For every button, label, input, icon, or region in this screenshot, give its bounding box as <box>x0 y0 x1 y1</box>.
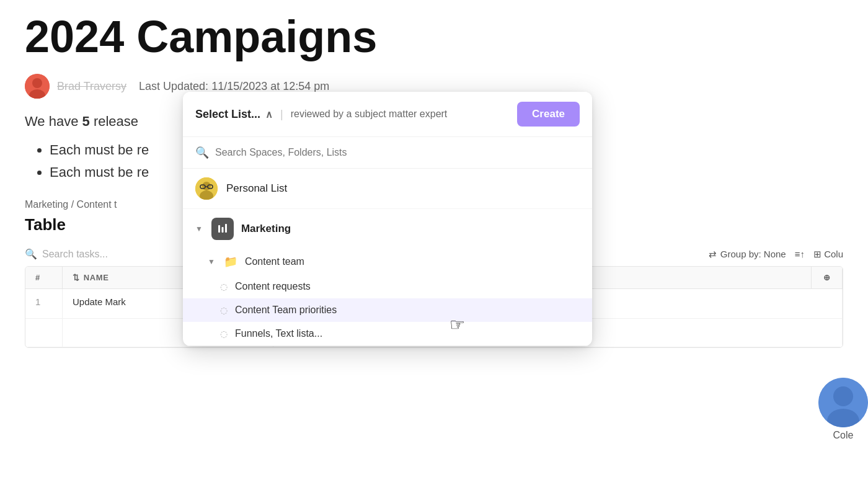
content-team-priorities-item[interactable]: ◌ Content Team priorities <box>183 298 592 322</box>
content-requests-item[interactable]: ◌ Content requests <box>183 275 592 298</box>
list-bullet-next: ◌ <box>220 329 228 339</box>
marketing-icon <box>211 218 234 240</box>
sort-icon: ≡↑ <box>795 249 805 259</box>
personal-list-label: Personal List <box>226 182 287 195</box>
svg-rect-12 <box>218 225 220 233</box>
group-by-label: Group by: None <box>720 249 786 259</box>
reviewed-text: reviewed by a subject matter expert <box>291 109 510 120</box>
dropdown-topbar: Select List... ∧ | reviewed by a subject… <box>183 92 592 137</box>
search-icon: 🔍 <box>25 248 37 260</box>
next-list-item[interactable]: ◌ Funnels, Text lista... <box>183 322 592 345</box>
avatar <box>25 74 50 99</box>
group-by[interactable]: ⇄ Group by: None ≡↑ ⊞ Colu <box>709 249 843 260</box>
list-bullet-requests: ◌ <box>220 282 228 292</box>
content-team-header[interactable]: ▼ 📁 Content team <box>183 249 592 275</box>
author-name: Brad Traversy <box>57 80 126 93</box>
content-requests-label: Content requests <box>235 281 311 292</box>
col-add-header[interactable]: ⊕ <box>812 267 843 288</box>
chevron-collapse-content-team: ▼ <box>208 257 215 266</box>
chevron-up-icon: ∧ <box>265 109 273 120</box>
group-by-icon: ⇄ <box>709 249 717 260</box>
search-icon-dropdown: 🔍 <box>195 146 209 159</box>
svg-rect-13 <box>221 227 223 233</box>
svg-point-7 <box>202 182 211 190</box>
marketing-section: ▼ Marketing ▼ 📁 Content team ◌ <box>183 209 592 346</box>
cole-avatar <box>818 378 868 427</box>
last-updated: Last Updated: 11/15/2023 at 12:54 pm <box>139 80 329 93</box>
personal-list-avatar <box>195 177 218 200</box>
columns-icon: ⊞ Colu <box>813 249 843 260</box>
search-input-dropdown[interactable] <box>215 147 580 158</box>
chevron-collapse-marketing: ▼ <box>195 225 203 233</box>
row-2-num <box>25 319 63 347</box>
dropdown-list: Personal List ▼ Marketing ▼ 📁 Conte <box>183 169 592 346</box>
marketing-header[interactable]: ▼ Marketing <box>183 209 592 249</box>
sort-icon-name: ⇅ <box>73 273 80 282</box>
search-box[interactable]: 🔍 Search tasks... <box>25 248 108 260</box>
svg-point-4 <box>833 386 853 406</box>
folder-icon: 📁 <box>224 255 237 269</box>
personal-list-item[interactable]: Personal List <box>183 169 592 209</box>
svg-rect-14 <box>225 224 227 233</box>
cole-name: Cole <box>833 430 854 441</box>
svg-point-1 <box>32 78 42 88</box>
next-list-label: Funnels, Text lista... <box>235 328 322 339</box>
cole-card: Cole <box>818 378 868 441</box>
select-list-label: Select List... <box>195 108 260 121</box>
marketing-label: Marketing <box>241 223 291 235</box>
content-team-label: Content team <box>245 256 304 267</box>
page-title: 2024 Campaigns <box>25 12 843 61</box>
row-1-num: 1 <box>25 289 63 318</box>
dropdown-overlay: Select List... ∧ | reviewed by a subject… <box>183 92 592 346</box>
divider: | <box>280 108 283 121</box>
select-list-button[interactable]: Select List... ∧ <box>195 108 273 121</box>
content-team-priorities-label: Content Team priorities <box>235 305 337 316</box>
create-button[interactable]: Create <box>517 102 580 127</box>
list-bullet-priorities: ◌ <box>220 305 228 315</box>
search-placeholder: Search tasks... <box>42 249 108 260</box>
dropdown-search: 🔍 <box>183 137 592 169</box>
col-num-header: # <box>25 267 63 288</box>
